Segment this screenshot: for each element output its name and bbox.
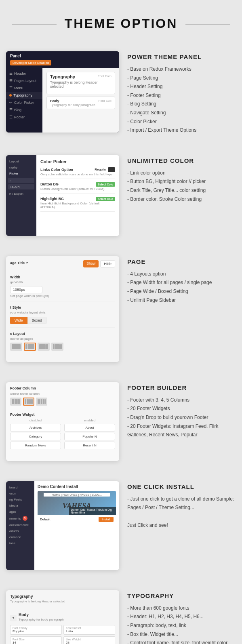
highlight-bg-desc: Item Hightlight Background Color (defaul… <box>40 202 115 209</box>
archives-widget[interactable]: Archives <box>10 424 61 431</box>
layout-icon-1[interactable] <box>10 343 22 351</box>
sidebar-item-header[interactable]: ☰ Header <box>6 70 42 77</box>
links-color-title: Links Color Option Regular <box>40 167 115 172</box>
show-button[interactable]: Show <box>83 260 99 267</box>
category-widget[interactable]: Category <box>10 433 61 440</box>
layout-icon-4[interactable] <box>51 343 63 351</box>
boxed-button[interactable]: Boxed <box>27 317 47 324</box>
panel2-select1[interactable]: r <box>8 178 34 183</box>
panel-body: ☰ Header ☰ Pages Layout ☰ Menu Typograph… <box>6 68 119 133</box>
panel2-select2[interactable]: I & API <box>8 184 34 189</box>
select-color-btn1[interactable]: Select Colo <box>96 182 115 187</box>
sidebar5-comments[interactable]: mments 5 <box>6 515 34 522</box>
feature-list-typography: - More than 600 google fonts - Header: H… <box>127 604 236 644</box>
footer-widget-row: Footer Widget disabled Archives Category… <box>10 412 115 454</box>
page-title-label: age Title ? <box>10 261 28 265</box>
feature-text-page: PAGE - 4 Layouts option - Page Width for… <box>127 256 236 305</box>
sidebar-item-typography[interactable]: Typography <box>6 92 42 99</box>
layout-icon-3[interactable] <box>38 343 50 351</box>
page-title-section: THEME OPTION <box>0 0 242 43</box>
feature-title-page: PAGE <box>127 258 236 265</box>
feature-item: - Paragraph: body, text, link <box>127 621 236 630</box>
feature-item: - Color Picker <box>127 118 236 126</box>
random-news-widget[interactable]: Random News <box>10 442 61 449</box>
footer-icon: ☰ <box>9 115 13 119</box>
sidebar-item-menu[interactable]: ☰ Menu <box>6 84 42 92</box>
enabled-label: enabled <box>64 419 115 422</box>
panel5-sidebar: board yson ng Posts Media ages mments 5 … <box>6 481 34 570</box>
feature-item: - Header Setting <box>127 82 236 91</box>
popular-widget[interactable]: Popular N <box>64 433 115 440</box>
feature-item <box>127 512 236 521</box>
sidebar-item-blog[interactable]: ☰ Blog <box>6 106 42 114</box>
links-color-row: Links Color Option Regular Only color va… <box>40 167 115 179</box>
section-power-theme: Panel Developer Mode Enabled ☰ Header ☰ … <box>0 43 242 147</box>
recent-widget[interactable]: Recent N <box>64 442 115 449</box>
footer-widget-area: disabled Archives Category Random News e… <box>10 419 115 450</box>
select-color-btn2[interactable]: Select Colo <box>96 197 115 201</box>
header-icon: ☰ <box>9 72 13 76</box>
demo-logo: VAHESA <box>63 502 91 510</box>
sidebar5-pages[interactable]: ages <box>6 509 34 515</box>
sidebar5-woo[interactable]: ooCommerce <box>6 522 34 528</box>
demo-card-footer: Default Install <box>38 515 116 524</box>
width-hint: Set page width in pixel (px) <box>10 294 115 298</box>
layout-icon-2[interactable] <box>24 343 36 351</box>
sidebar5-posts[interactable]: ng Posts <box>6 497 34 503</box>
section-typography: Typography Typography is belong Header s… <box>0 582 242 644</box>
typo-header-section: Typography Typography is belong Header s… <box>10 594 115 609</box>
comments-badge: 5 <box>23 516 27 521</box>
sidebar5-yson[interactable]: yson <box>6 490 34 497</box>
sidebar5-appearance[interactable]: earance <box>6 534 34 540</box>
about-widget[interactable]: About <box>64 424 115 431</box>
button-bg-title: Button BG Select Colo <box>40 182 115 187</box>
highlight-bg-title: Hightlight BG Select Colo <box>40 197 115 201</box>
footer-col-icons <box>10 398 115 406</box>
width-input[interactable]: 1080px <box>10 286 42 293</box>
sidebar-item-pages[interactable]: ☰ Pages Layout <box>6 77 42 84</box>
sidebar5-board[interactable]: board <box>6 484 34 490</box>
footer-col-icon-3[interactable] <box>36 398 47 406</box>
panel-install: board yson ng Posts Media ages mments 5 … <box>6 481 119 570</box>
content-field-typography: Font Fam Typography Typography is belong… <box>46 72 115 94</box>
feature-item: - Control font name, font size, font wei… <box>127 639 236 644</box>
panel2-content: Color Picker Links Color Option Regular … <box>36 155 119 236</box>
sidebar5-media[interactable]: Media <box>6 503 34 509</box>
footer-widget-label: Footer Widget <box>10 412 115 417</box>
feature-title-footer: FOOTER BUILDER <box>127 384 236 391</box>
wide-button[interactable]: Wide <box>10 317 27 324</box>
feature-item: - Blog Setting <box>127 100 236 109</box>
footer-col-icon-2[interactable] <box>23 398 34 406</box>
panel-color-body: Layout raphy Picker r I & API rt / Expor… <box>6 155 119 236</box>
feature-list-footer: - Footer with 3, 4, 5 Columns - 20 Foote… <box>127 396 236 440</box>
footer-col-sub: Select footer column <box>10 392 115 396</box>
sidebar2-layout[interactable]: Layout <box>6 158 36 164</box>
feature-item: - Page Width for all pages / single page <box>127 278 236 287</box>
line-height-field: Line Weight 28 <box>63 636 115 644</box>
feature-title-color: UNLIMITTED COLOR <box>127 157 236 164</box>
sidebar2-picker[interactable]: Picker <box>6 170 36 177</box>
sidebar2-export[interactable]: rt / Export <box>6 191 36 197</box>
links-desc: Only color validation can be done on thi… <box>40 173 115 176</box>
feature-item: Just Click and see! <box>127 521 236 530</box>
body-sub: Typography for body paragraph <box>19 618 64 621</box>
panel-header: Panel Developer Mode Enabled <box>6 51 119 68</box>
feature-item: - Base on Redux Frameworks <box>127 65 236 74</box>
typo-body-section: ▼ Body Typography for body paragraph Fon… <box>10 612 115 644</box>
sidebar2-typo[interactable]: raphy <box>6 164 36 170</box>
highlight-bg-row: Hightlight BG Select Colo Item Hightligh… <box>40 197 115 212</box>
active-dot <box>9 94 12 97</box>
hide-button[interactable]: Hide <box>100 260 115 267</box>
sidebar-item-footer[interactable]: ☰ Footer <box>6 114 42 121</box>
footer-col-icon-1[interactable] <box>10 398 21 406</box>
feature-item: - 4 Layouts option <box>127 270 236 279</box>
install-button[interactable]: Install <box>99 517 114 522</box>
body-label: Body <box>19 612 64 617</box>
sidebar5-products[interactable]: oducts <box>6 528 34 534</box>
sidebar-item-colorpicker[interactable]: ✏ Color Picker <box>6 99 42 106</box>
feature-item: - Navigate Setting <box>127 109 236 118</box>
feature-title-power: POWER THEME PANEL <box>127 53 236 60</box>
feature-item: - Page Wide / Boxed Setting <box>127 287 236 296</box>
sidebar5-options[interactable]: ions <box>6 540 34 546</box>
panel2-title: Color Picker <box>40 159 115 164</box>
